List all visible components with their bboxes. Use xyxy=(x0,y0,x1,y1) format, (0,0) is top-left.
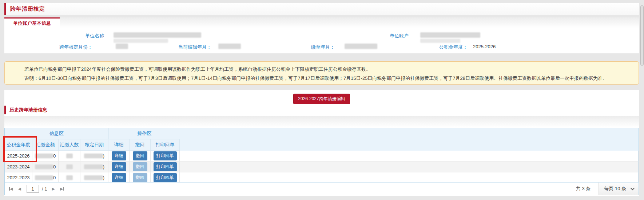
revoke-button-disabled: 撤回 xyxy=(133,162,147,171)
detail-button[interactable]: 详细 xyxy=(112,162,126,171)
unit-name-label: 单位名称 xyxy=(85,33,104,39)
cell-year: 2023-2024 xyxy=(5,162,32,172)
tab-strip: 单位账户基本信息 xyxy=(4,17,639,28)
cross-year-edit-button[interactable]: 2026-2027跨年清册编辑 xyxy=(293,94,350,104)
cell-date-redacted: ) xyxy=(80,172,108,183)
cell-people-redacted xyxy=(59,172,80,183)
cell-people-redacted xyxy=(59,151,80,161)
cell-year: 2025-2026 xyxy=(5,151,32,161)
col-header-empty xyxy=(180,128,639,151)
print-receipt-button[interactable]: 打印回单 xyxy=(154,173,177,182)
current-edit-month-value-redacted xyxy=(218,43,241,49)
unit-account-label: 单位账户 xyxy=(390,33,409,39)
paid-until-value-redacted xyxy=(345,43,377,49)
history-section-title: 历史跨年清册信息 xyxy=(9,107,47,113)
revoke-button[interactable]: 撤回 xyxy=(133,151,147,160)
unit-info-panel: 单位账户基本信息 单位名称 单位账户 跨年核定月份： 当前编辑年月： 缴至年月：… xyxy=(4,17,639,53)
col-header-print: 打印回单 xyxy=(151,139,180,150)
first-page-icon[interactable]: ◀ xyxy=(9,187,13,191)
table-row: 2022-2023 0 ) 详细 撤回 打印回单 xyxy=(5,172,639,183)
table-row: 2025-2026 0 ) 详细 撤回 打印回单 xyxy=(5,151,639,162)
cell-date-redacted: ) xyxy=(80,162,108,172)
col-header-amount: 汇缴金额 xyxy=(32,139,59,150)
history-panel: 历史跨年清册信息 信息区 操作区 公积金年度 汇缴金额 汇缴人数 核定日期 详细… xyxy=(4,105,639,196)
pagination-bar: ◀ ◀ / 1 ▶ ▶ 共 3 条 每页 10 条 xyxy=(5,182,639,195)
chevron-down-icon xyxy=(631,186,635,190)
cell-year: 2022-2023 xyxy=(5,172,32,183)
col-header-people: 汇缴人数 xyxy=(59,139,80,150)
fund-year-label: 公积金年度： xyxy=(439,44,468,50)
fund-year-value: 2025-2026 xyxy=(473,44,496,49)
col-header-revoke: 撤回 xyxy=(130,139,151,150)
table-column-header-row: 公积金年度 汇缴金额 汇缴人数 核定日期 详细 撤回 打印回单 xyxy=(5,139,639,151)
col-header-year: 公积金年度 xyxy=(5,139,32,150)
unit-name-value-redacted-2 xyxy=(114,38,168,43)
page-title: 跨年清册核定 xyxy=(10,5,45,12)
cell-amount-redacted: 0 xyxy=(32,151,59,161)
notice-box: 若单位已向税务部门申报了2024年度社会保险费缴费工资，可调取使用该数据作为职工… xyxy=(4,61,639,85)
paid-until-label: 缴至年月： xyxy=(311,44,335,50)
current-edit-month-label: 当前编辑年月： xyxy=(178,44,211,50)
next-page-icon[interactable]: ▶ xyxy=(52,187,55,191)
revoke-button-disabled: 撤回 xyxy=(133,173,147,182)
total-count-label: 共 3 条 xyxy=(568,185,599,192)
col-header-date: 核定日期 xyxy=(80,139,108,150)
history-toolbar-strip xyxy=(4,116,639,127)
unit-account-value-redacted xyxy=(420,32,480,38)
col-header-detail: 详细 xyxy=(108,139,130,150)
cell-amount-redacted: 0 xyxy=(32,162,59,172)
cell-amount-redacted: 0 xyxy=(32,172,59,183)
prev-page-icon[interactable]: ◀ xyxy=(18,187,21,191)
page-number-input[interactable] xyxy=(27,185,39,193)
group-header-op: 操作区 xyxy=(109,128,180,139)
total-pages-label: / 1 xyxy=(42,186,47,192)
cell-date-redacted: ) xyxy=(80,151,108,161)
scrollbar-thumb[interactable] xyxy=(640,5,644,66)
notice-line-1: 若单位已向税务部门申报了2024年度社会保险费缴费工资，可调取使用该数据作为职工… xyxy=(24,66,371,73)
history-section-title-bar: 历史跨年清册信息 xyxy=(4,106,47,114)
page-size-select[interactable]: 每页 10 条 xyxy=(599,183,639,195)
page-title-bar: 跨年清册核定 xyxy=(4,3,639,15)
group-header-info: 信息区 xyxy=(5,128,109,139)
verify-month-label: 跨年核定月份： xyxy=(59,44,92,50)
unit-name-value-redacted xyxy=(114,32,201,38)
tab-unit-account-info[interactable]: 单位账户基本信息 xyxy=(4,17,60,28)
history-table: 信息区 操作区 公积金年度 汇缴金额 汇缴人数 核定日期 详细 撤回 打印回单 … xyxy=(4,128,639,195)
detail-button[interactable]: 详细 xyxy=(112,151,126,160)
last-page-icon[interactable]: ▶ xyxy=(60,187,64,191)
print-receipt-button[interactable]: 打印回单 xyxy=(154,162,177,171)
tab-label: 单位账户基本信息 xyxy=(13,20,51,26)
detail-button[interactable]: 详细 xyxy=(112,173,126,182)
cell-people-redacted xyxy=(59,162,80,172)
table-row: 2023-2024 0 ) 详细 撤回 打印回单 xyxy=(5,162,639,172)
unit-account-value-redacted-2 xyxy=(420,38,460,43)
page-size-label: 每页 10 条 xyxy=(604,185,626,192)
verify-month-value-redacted xyxy=(116,43,128,49)
print-receipt-button[interactable]: 打印回单 xyxy=(154,151,177,160)
notice-line-2: 说明：6月10日-30日向税务部门申报的社保缴费工资，可于7月3日后调取使用；7… xyxy=(24,75,607,82)
